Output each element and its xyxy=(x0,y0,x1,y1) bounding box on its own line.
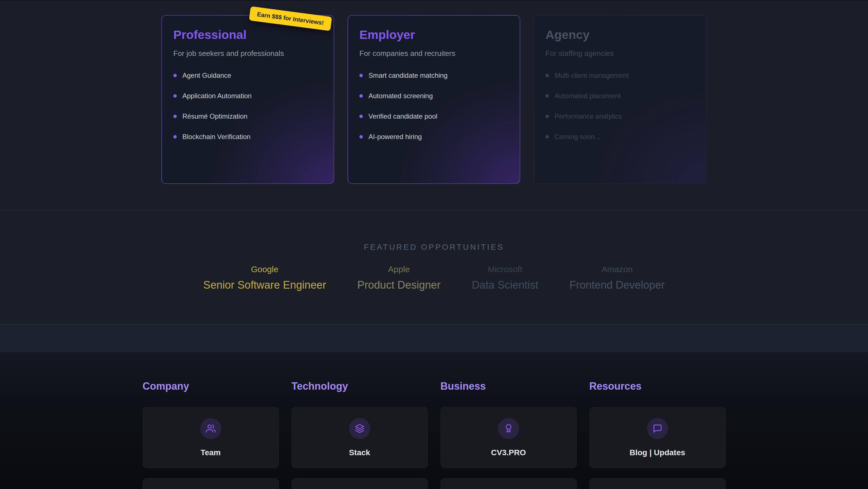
footer-card-partial[interactable] xyxy=(143,478,279,489)
bullet-dot-icon xyxy=(173,135,177,139)
feature-label: Multi-client management xyxy=(555,71,628,80)
plan-feature: Application Automation xyxy=(173,92,322,100)
bullet-dot-icon xyxy=(173,74,177,77)
plan-subtitle: For job seekers and professionals xyxy=(173,49,322,58)
footer-cards-grid: Team Stack CV3.PRO xyxy=(143,407,725,489)
plan-feature: Blockchain Verification xyxy=(173,133,322,141)
plan-feature-list: Multi-client management Automated placem… xyxy=(546,71,694,141)
featured-opportunity[interactable]: Microsoft Data Scientist xyxy=(472,264,538,291)
featured-opportunity[interactable]: Google Senior Software Engineer xyxy=(204,264,326,291)
footer-card-label: Blog | Updates xyxy=(629,448,685,457)
plan-feature: Smart candidate matching xyxy=(360,71,508,80)
footer-inner: Company Technology Business Resources Te… xyxy=(143,380,725,489)
footer-card-label: CV3.PRO xyxy=(491,448,526,457)
section-divider-strip xyxy=(0,324,868,352)
featured-title: FEATURED OPPORTUNITIES xyxy=(0,242,868,252)
footer: Company Technology Business Resources Te… xyxy=(0,352,868,489)
bullet-dot-icon xyxy=(360,135,363,139)
plan-subtitle: For companies and recruiters xyxy=(360,49,508,58)
plan-card-agency: Agency For staffing agencies Multi-clien… xyxy=(533,15,706,184)
plan-feature: Résumé Optimization xyxy=(173,112,322,121)
plan-feature: AI-powered hiring xyxy=(360,133,508,141)
landing-page: Earn $$$ for Interviews! Professional Fo… xyxy=(0,0,868,489)
plan-feature: Agent Guidance xyxy=(173,71,322,80)
featured-opportunities-section: FEATURED OPPORTUNITIES Google Senior Sof… xyxy=(0,210,868,324)
plan-cards-row: Professional For job seekers and profess… xyxy=(161,15,706,184)
plan-feature: Automated placement xyxy=(546,92,694,100)
plan-subtitle: For staffing agencies xyxy=(546,49,694,58)
featured-row: Google Senior Software Engineer Apple Pr… xyxy=(0,264,868,291)
plan-title: Professional xyxy=(173,28,322,42)
bullet-dot-icon xyxy=(360,94,363,97)
footer-card-label: Team xyxy=(200,448,221,457)
footer-card-partial[interactable] xyxy=(440,478,577,489)
feature-label: Résumé Optimization xyxy=(182,112,247,121)
plans-section: Earn $$$ for Interviews! Professional Fo… xyxy=(0,0,868,210)
job-title: Frontend Developer xyxy=(569,279,665,291)
bullet-dot-icon xyxy=(360,115,363,118)
message-icon xyxy=(647,418,668,439)
plan-feature: Verified candidate pool xyxy=(360,112,508,121)
plan-feature: Performance analytics xyxy=(546,112,694,121)
plan-feature-list: Agent Guidance Application Automation Ré… xyxy=(173,71,322,141)
bullet-dot-icon xyxy=(173,94,177,97)
company-name: Amazon xyxy=(569,264,665,274)
plan-card-professional[interactable]: Professional For job seekers and profess… xyxy=(161,15,334,184)
footer-column-headers: Company Technology Business Resources xyxy=(143,380,725,392)
footer-card-stack[interactable]: Stack xyxy=(291,407,428,468)
feature-label: Automated screening xyxy=(369,92,433,100)
company-name: Apple xyxy=(358,264,441,274)
plan-feature: Automated screening xyxy=(360,92,508,100)
job-title: Senior Software Engineer xyxy=(204,279,326,291)
bullet-dot-icon xyxy=(546,94,549,97)
featured-opportunity[interactable]: Amazon Frontend Developer xyxy=(569,264,665,291)
footer-card-cv3pro[interactable]: CV3.PRO xyxy=(440,407,577,468)
footer-column-header-resources: Resources xyxy=(589,380,725,392)
feature-label: Automated placement xyxy=(555,92,621,100)
footer-column-header-technology: Technology xyxy=(291,380,428,392)
feature-label: Smart candidate matching xyxy=(369,71,447,80)
footer-card-partial[interactable] xyxy=(589,478,725,489)
plan-title: Agency xyxy=(546,28,694,42)
footer-card-partial[interactable] xyxy=(291,478,428,489)
plan-feature-list: Smart candidate matching Automated scree… xyxy=(360,71,508,141)
bullet-dot-icon xyxy=(546,135,549,139)
company-name: Microsoft xyxy=(472,264,538,274)
feature-label: Agent Guidance xyxy=(182,71,231,80)
job-title: Product Designer xyxy=(358,279,441,291)
plan-feature: Coming soon... xyxy=(546,133,694,141)
feature-label: Verified candidate pool xyxy=(369,112,437,121)
feature-label: Blockchain Verification xyxy=(182,133,250,141)
feature-label: Coming soon... xyxy=(555,133,600,141)
feature-label: Performance analytics xyxy=(555,112,622,121)
featured-opportunity[interactable]: Apple Product Designer xyxy=(358,264,441,291)
bullet-dot-icon xyxy=(546,74,549,77)
footer-card-team[interactable]: Team xyxy=(143,407,279,468)
plan-title: Employer xyxy=(360,28,508,42)
company-name: Google xyxy=(204,264,326,274)
users-icon xyxy=(200,418,221,439)
award-icon xyxy=(498,418,519,439)
layers-icon xyxy=(349,418,370,439)
feature-label: AI-powered hiring xyxy=(369,133,422,141)
footer-card-blog-updates[interactable]: Blog | Updates xyxy=(589,407,725,468)
bullet-dot-icon xyxy=(173,115,177,118)
plan-feature: Multi-client management xyxy=(546,71,694,80)
job-title: Data Scientist xyxy=(472,279,538,291)
plan-card-employer[interactable]: Employer For companies and recruiters Sm… xyxy=(347,15,520,184)
bullet-dot-icon xyxy=(360,74,363,77)
footer-column-header-company: Company xyxy=(143,380,279,392)
footer-column-header-business: Business xyxy=(440,380,577,392)
footer-card-label: Stack xyxy=(349,448,370,457)
bullet-dot-icon xyxy=(546,115,549,118)
feature-label: Application Automation xyxy=(182,92,252,100)
